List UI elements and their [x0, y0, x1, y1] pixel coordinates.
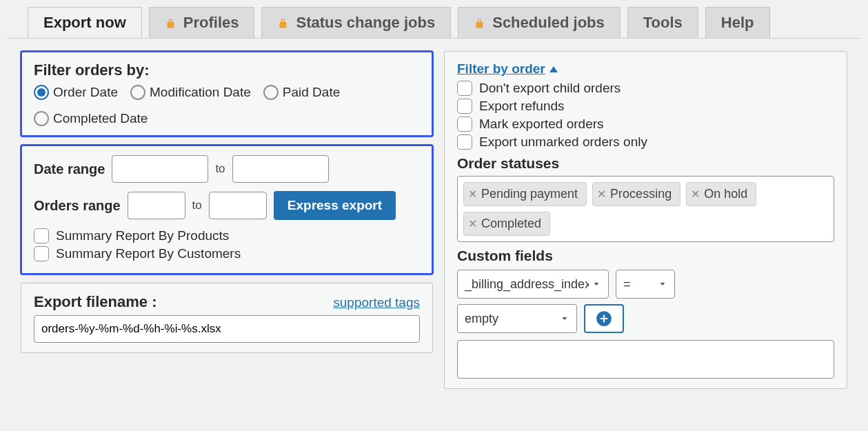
order-statuses-heading: Order statuses [457, 155, 834, 172]
lock-icon [165, 17, 176, 29]
radio-icon [34, 85, 49, 100]
custom-field-value-select[interactable]: empty [457, 304, 577, 333]
caret-up-icon [549, 66, 558, 72]
status-tag: ✕On hold [686, 182, 756, 206]
tab-label: Scheduled jobs [492, 14, 605, 32]
radio-icon [263, 85, 279, 100]
date-to-input[interactable] [232, 155, 329, 183]
plus-circle-icon [595, 310, 613, 328]
custom-field-op-select[interactable]: = [616, 270, 675, 299]
check-label: Export refunds [479, 99, 565, 114]
custom-field-rules-box[interactable] [457, 340, 834, 379]
checkbox-icon [457, 81, 472, 96]
check-label: Summary Report By Customers [56, 246, 241, 261]
date-from-input[interactable] [112, 155, 208, 183]
check-label: Export unmarked orders only [479, 134, 647, 150]
orders-to-input[interactable] [209, 192, 267, 219]
remove-tag-icon[interactable]: ✕ [691, 189, 700, 200]
check-no-child-orders[interactable]: Don't export child orders [457, 81, 834, 96]
to-separator: to [192, 199, 202, 212]
tab-export-now[interactable]: Export now [28, 7, 142, 38]
radio-label: Completed Date [53, 111, 148, 126]
supported-tags-link[interactable]: supported tags [333, 295, 420, 310]
radio-modification-date[interactable]: Modification Date [130, 85, 251, 100]
tab-label: Tools [643, 14, 683, 32]
remove-tag-icon[interactable]: ✕ [597, 189, 606, 200]
filter-orders-by-heading: Filter orders by: [34, 61, 420, 79]
checkbox-icon [457, 117, 472, 132]
select-value: = [623, 277, 631, 292]
lock-icon [474, 17, 485, 29]
export-filename-panel: Export filename : supported tags [21, 283, 433, 353]
tab-label: Help [721, 14, 754, 32]
status-tag: ✕Processing [592, 182, 680, 206]
orders-range-label: Orders range [34, 198, 121, 214]
order-statuses-box[interactable]: ✕Pending payment ✕Processing ✕On hold ✕C… [457, 176, 834, 242]
date-range-label: Date range [34, 161, 105, 177]
radio-icon [130, 85, 145, 100]
checkbox-icon [457, 134, 472, 150]
remove-tag-icon[interactable]: ✕ [468, 189, 477, 200]
custom-field-key-select[interactable]: _billing_address_index [457, 270, 609, 299]
tab-label: Export now [43, 14, 126, 32]
tag-label: Pending payment [481, 187, 578, 201]
tab-scheduled-jobs[interactable]: Scheduled jobs [458, 7, 620, 38]
filter-by-order-label: Filter by order [457, 61, 545, 77]
chevron-down-icon [592, 279, 601, 289]
to-separator: to [215, 162, 225, 176]
radio-label: Order Date [53, 85, 118, 100]
custom-fields-heading: Custom fields [457, 248, 834, 264]
status-tag: ✕Pending payment [463, 182, 587, 206]
tag-label: Processing [610, 187, 672, 201]
tag-label: Completed [481, 217, 541, 231]
range-panel: Date range to Orders range to Express ex… [21, 145, 433, 274]
tab-help[interactable]: Help [705, 7, 770, 38]
tab-tools[interactable]: Tools [627, 7, 698, 38]
checkbox-icon [34, 228, 49, 243]
lock-icon [277, 17, 289, 29]
tab-label: Status change jobs [296, 14, 435, 32]
radio-paid-date[interactable]: Paid Date [263, 85, 340, 100]
tab-profiles[interactable]: Profiles [149, 7, 255, 38]
remove-tag-icon[interactable]: ✕ [468, 219, 477, 230]
check-label: Summary Report By Products [56, 228, 229, 243]
tag-label: On hold [704, 187, 747, 201]
radio-label: Modification Date [150, 85, 251, 100]
filter-radio-group: Order Date Modification Date Paid Date C… [34, 85, 420, 126]
tab-label: Profiles [183, 14, 239, 32]
express-export-button[interactable]: Express export [274, 191, 396, 220]
select-value: empty [465, 312, 498, 326]
add-custom-field-button[interactable] [584, 304, 624, 333]
filter-by-order-panel: Filter by order Don't export child order… [444, 51, 847, 389]
check-summary-customers[interactable]: Summary Report By Customers [34, 246, 420, 261]
status-tag: ✕Completed [463, 212, 550, 236]
check-label: Mark exported orders [479, 117, 604, 132]
tabs-bar: Export now Profiles Status change jobs S… [7, 7, 861, 39]
check-mark-exported[interactable]: Mark exported orders [457, 117, 834, 132]
radio-completed-date[interactable]: Completed Date [34, 111, 148, 126]
export-filename-input[interactable] [34, 315, 420, 343]
check-summary-products[interactable]: Summary Report By Products [34, 228, 420, 243]
orders-from-input[interactable] [128, 192, 185, 219]
check-unmarked-only[interactable]: Export unmarked orders only [457, 134, 834, 150]
checkbox-icon [34, 246, 49, 261]
export-filename-heading: Export filename : [34, 293, 157, 311]
radio-order-date[interactable]: Order Date [34, 85, 118, 100]
checkbox-icon [457, 99, 472, 114]
select-value: _billing_address_index [465, 277, 589, 292]
filter-orders-by-panel: Filter orders by: Order Date Modificatio… [21, 51, 433, 137]
filter-by-order-toggle[interactable]: Filter by order [457, 61, 558, 77]
chevron-down-icon [560, 314, 569, 323]
radio-icon [34, 111, 49, 126]
check-label: Don't export child orders [479, 81, 620, 96]
tab-status-change-jobs[interactable]: Status change jobs [261, 7, 451, 38]
radio-label: Paid Date [283, 85, 340, 100]
check-export-refunds[interactable]: Export refunds [457, 99, 834, 114]
chevron-down-icon [658, 279, 667, 289]
